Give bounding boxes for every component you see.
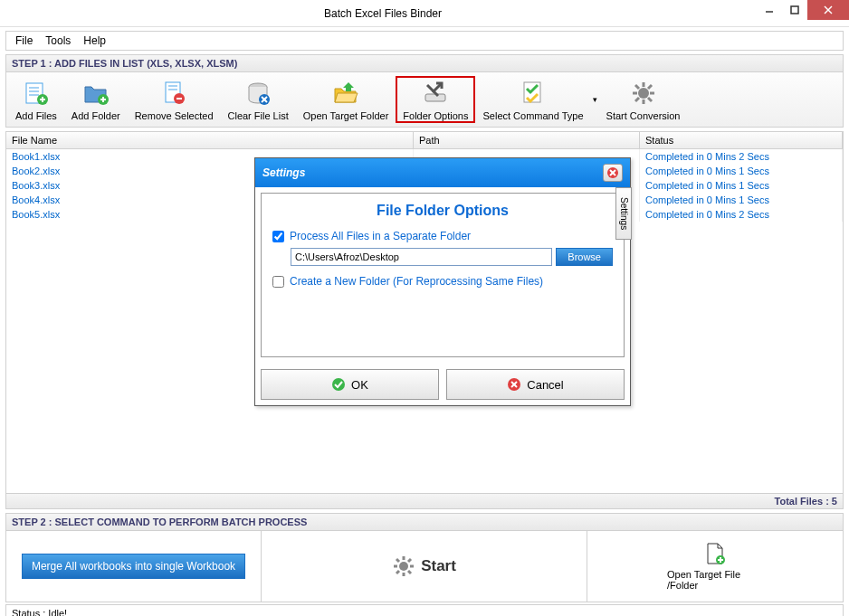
total-files-label: Total Files : 5 (6, 493, 843, 508)
col-path[interactable]: Path (414, 132, 640, 148)
clear-list-icon (244, 78, 272, 109)
select-command-type-label: Select Command Type (482, 110, 583, 121)
create-new-row[interactable]: Create a New Folder (For Reprocessing Sa… (272, 275, 613, 288)
process-all-checkbox[interactable] (272, 231, 284, 242)
menu-help[interactable]: Help (83, 34, 106, 47)
menu-tools[interactable]: Tools (45, 34, 71, 47)
dialog-title-text: Settings (262, 166, 603, 179)
col-filename[interactable]: File Name (6, 132, 414, 148)
select-command-type-icon (520, 78, 547, 109)
cell-status: Completed in 0 Mins 2 Secs (640, 207, 843, 222)
folder-options-icon (422, 78, 449, 109)
menu-bar: File Tools Help (5, 31, 844, 51)
clear-list-label: Clear File List (228, 110, 289, 121)
dialog-titlebar[interactable]: Settings (255, 158, 630, 187)
process-all-label: Process All Files in a Separate Folder (290, 230, 471, 242)
folder-options-button[interactable]: Folder Options (396, 76, 475, 123)
clear-list-button[interactable]: Clear File List (221, 76, 296, 123)
process-all-row[interactable]: Process All Files in a Separate Folder (272, 230, 613, 242)
step2-header: STEP 2 : SELECT COMMAND TO PERFORM BATCH… (5, 513, 844, 531)
add-folder-button[interactable]: Add Folder (64, 76, 128, 123)
svg-line-42 (408, 571, 411, 573)
select-command-type-button[interactable]: Select Command Type (475, 76, 590, 123)
cancel-label: Cancel (527, 378, 563, 392)
svg-line-44 (396, 571, 399, 573)
open-target-file-label: Open Target File /Folder (667, 569, 763, 591)
remove-selected-icon (160, 78, 187, 109)
start-label: Start (421, 557, 456, 575)
cancel-icon (507, 377, 521, 392)
dialog-close-button[interactable] (603, 164, 623, 182)
svg-line-34 (648, 85, 652, 89)
create-new-label: Create a New Folder (For Reprocessing Sa… (290, 275, 543, 288)
action-row: Merge All workbooks into single Workbook… (5, 531, 844, 602)
open-target-folder-icon (332, 78, 359, 109)
settings-dialog: Settings Settings File Folder Options Pr… (254, 157, 631, 406)
toolbar: Add Files Add Folder Remove Selected Cle… (5, 72, 844, 128)
start-conversion-button[interactable]: Start Conversion (599, 76, 688, 123)
file-icon (705, 542, 725, 565)
start-conversion-icon (630, 78, 657, 109)
close-icon (606, 166, 619, 179)
ok-label: OK (351, 378, 368, 392)
add-folder-icon (82, 78, 110, 109)
minimize-button[interactable] (757, 0, 782, 20)
svg-line-33 (648, 98, 652, 101)
start-button[interactable]: Start (283, 545, 565, 587)
cell-status: Completed in 0 Mins 1 Secs (640, 178, 843, 193)
window-title: Batch Excel Files Binder (9, 7, 757, 20)
cell-status: Completed in 0 Mins 2 Secs (640, 149, 843, 164)
open-target-folder-button[interactable]: Open Target Folder (296, 76, 396, 123)
cell-status: Completed in 0 Mins 1 Secs (640, 164, 843, 178)
dialog-side-tab[interactable]: Settings (615, 187, 632, 240)
folder-options-label: Folder Options (403, 110, 468, 121)
col-status[interactable]: Status (640, 132, 843, 148)
status-bar: Status : Idle! (5, 604, 844, 616)
close-button[interactable] (807, 0, 849, 20)
maximize-button[interactable] (782, 0, 807, 20)
open-target-folder-label: Open Target Folder (303, 110, 389, 121)
svg-line-43 (408, 559, 411, 562)
svg-rect-23 (425, 94, 445, 101)
step1-header: STEP 1 : ADD FILES IN LIST (XLS, XLSX, X… (5, 54, 844, 72)
svg-line-41 (396, 559, 399, 562)
remove-selected-label: Remove Selected (135, 110, 214, 121)
svg-line-32 (635, 85, 639, 89)
gear-icon (392, 554, 415, 578)
grid-header: File Name Path Status (6, 132, 843, 149)
merge-workbooks-button[interactable]: Merge All workbooks into single Workbook (22, 554, 245, 579)
add-folder-label: Add Folder (72, 110, 120, 121)
cell-status: Completed in 0 Mins 1 Secs (640, 193, 843, 207)
add-files-button[interactable]: Add Files (8, 76, 64, 123)
ok-button[interactable]: OK (261, 369, 439, 400)
open-target-file-button[interactable]: Open Target File /Folder (595, 538, 835, 594)
browse-button[interactable]: Browse (556, 248, 613, 266)
add-files-label: Add Files (15, 110, 57, 121)
window-controls (757, 0, 849, 26)
ok-icon (331, 377, 346, 392)
start-conversion-label: Start Conversion (606, 110, 681, 121)
window-titlebar: Batch Excel Files Binder (0, 0, 849, 27)
menu-file[interactable]: File (15, 34, 33, 47)
svg-line-35 (635, 98, 639, 101)
svg-point-51 (332, 378, 345, 391)
select-command-dropdown-icon[interactable]: ▾ (593, 95, 597, 104)
folder-path-input[interactable] (291, 248, 552, 266)
svg-point-27 (638, 88, 649, 99)
svg-rect-1 (791, 6, 798, 14)
cancel-button[interactable]: Cancel (446, 369, 625, 400)
create-new-checkbox[interactable] (272, 276, 284, 288)
add-files-icon (23, 78, 50, 109)
remove-selected-button[interactable]: Remove Selected (128, 76, 221, 123)
dialog-heading: File Folder Options (272, 203, 613, 219)
svg-point-36 (399, 562, 408, 571)
